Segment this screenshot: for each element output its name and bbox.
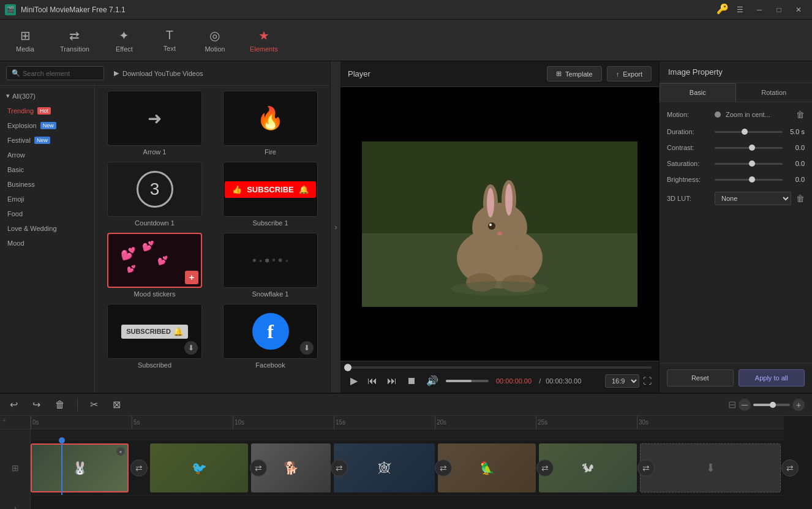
- fullscreen-button[interactable]: ⛶: [643, 376, 652, 386]
- brightness-slider[interactable]: [715, 179, 783, 181]
- crop-button[interactable]: ⊠: [110, 398, 123, 412]
- transition-2[interactable]: ⇄: [250, 459, 267, 477]
- redo-button[interactable]: ↪: [30, 398, 43, 412]
- toolbar-elements[interactable]: ★ Elements: [245, 26, 283, 55]
- svg-point-7: [505, 184, 513, 216]
- timeline[interactable]: + 0s 5s 10s 15s 20s 25s 30s: [0, 416, 812, 509]
- category-festival[interactable]: Festival New: [0, 133, 94, 148]
- lut-delete-button[interactable]: 🗑: [796, 194, 805, 203]
- element-arrow1[interactable]: ➜ Arrow 1: [100, 91, 209, 156]
- volume-button[interactable]: 🔊: [424, 374, 441, 388]
- categories-sidebar: ▾ All(307) Trending Hot Explosion New Fe…: [0, 86, 95, 393]
- toolbar-effect[interactable]: ✦ Effect: [109, 26, 140, 55]
- minimize-button[interactable]: ─: [751, 3, 768, 17]
- business-label: Business: [7, 181, 35, 188]
- toolbar-motion[interactable]: ◎ Motion: [200, 26, 230, 55]
- download-youtube-button[interactable]: ▶ Download YouTube Videos: [109, 67, 208, 80]
- download-facebook-button[interactable]: ⬇: [300, 341, 314, 355]
- next-button[interactable]: ⏭: [385, 374, 399, 388]
- category-explosion[interactable]: Explosion New: [0, 118, 94, 133]
- transition-6[interactable]: ⇄: [637, 459, 655, 477]
- mark-0s: 0s: [31, 416, 39, 429]
- contrast-slider-container: 0.0: [715, 144, 805, 151]
- delete-button[interactable]: 🗑: [53, 398, 67, 412]
- template-button[interactable]: ⊞ Template: [547, 66, 602, 81]
- motion-dot: [715, 111, 721, 118]
- clip-6[interactable]: 🐿: [539, 443, 637, 492]
- category-arrow[interactable]: Arrow: [0, 148, 94, 162]
- category-love[interactable]: Love & Wedding: [0, 221, 94, 236]
- category-emoji[interactable]: Emoji: [0, 192, 94, 206]
- category-trending[interactable]: Trending Hot: [0, 104, 94, 118]
- facebook-graphic: f: [252, 313, 289, 350]
- element-subscribe1[interactable]: 👍 SUBSCRIBE 🔔 Subscribe 1: [216, 162, 325, 227]
- element-snowflake1[interactable]: ❄ ❄ ❄ ❄ ❄ ❄ Snowflake 1: [216, 233, 325, 298]
- toolbar-text[interactable]: T Text: [154, 26, 185, 55]
- category-basic[interactable]: Basic: [0, 162, 94, 177]
- element-facebook[interactable]: f ⬇ Facebook: [216, 304, 325, 369]
- volume-slider[interactable]: [446, 380, 489, 382]
- stop-button[interactable]: ⏹: [404, 374, 419, 388]
- total-time: 00:00:30.00: [546, 377, 581, 385]
- clip-2-content: 🐦: [150, 443, 248, 492]
- category-food[interactable]: Food: [0, 206, 94, 221]
- zoom-out-button[interactable]: ─: [739, 399, 751, 411]
- cut-button[interactable]: ✂: [88, 398, 100, 412]
- toolbar-separator: [77, 399, 78, 411]
- undo-button[interactable]: ↩: [7, 398, 20, 412]
- play-button[interactable]: ▶: [348, 374, 360, 388]
- add-element-button[interactable]: +: [185, 271, 198, 284]
- tab-rotation[interactable]: Rotation: [736, 83, 813, 102]
- motion-delete-button[interactable]: 🗑: [796, 110, 805, 119]
- arrow1-thumb: ➜: [107, 91, 202, 146]
- collapse-panel-button[interactable]: ›: [331, 61, 340, 393]
- download-subscribed-button[interactable]: ⬇: [184, 341, 198, 355]
- element-subscribed[interactable]: SUBSCRIBED 🔔 ⬇ Subscribed: [100, 304, 209, 369]
- transition-3[interactable]: ⇄: [331, 459, 348, 477]
- toolbar-media[interactable]: ⊞ Media: [10, 26, 40, 55]
- transition-5[interactable]: ⇄: [536, 459, 554, 477]
- zoom-slider[interactable]: [753, 404, 790, 406]
- element-mood-stickers[interactable]: 💕 💕 💕 💕 + Mood stickers: [100, 233, 209, 298]
- element-countdown1[interactable]: 3 Countdown 1: [100, 162, 209, 227]
- category-mood[interactable]: Mood: [0, 236, 94, 251]
- aspect-ratio-select[interactable]: 16:9 9:16 1:1 4:3: [605, 374, 639, 388]
- zoom-fill: [753, 404, 772, 406]
- clip-2[interactable]: 🐦: [150, 443, 248, 492]
- transition-4[interactable]: ⇄: [435, 459, 452, 477]
- contrast-slider[interactable]: [715, 147, 783, 149]
- zoom-in-button[interactable]: +: [792, 399, 805, 411]
- category-business[interactable]: Business: [0, 177, 94, 192]
- clip-4[interactable]: 🕸: [334, 443, 435, 492]
- maximize-button[interactable]: □: [770, 3, 788, 17]
- upper-track-label: [0, 429, 31, 440]
- clip-1-badge: ●: [116, 447, 125, 456]
- clip-7[interactable]: ⬇: [640, 443, 781, 492]
- saturation-thumb: [749, 160, 755, 167]
- close-button[interactable]: ✕: [790, 3, 807, 17]
- clip-1[interactable]: 🐰 ●: [31, 443, 129, 492]
- transition-1[interactable]: ⇄: [130, 459, 148, 477]
- motion-value: Zoom in cent...: [726, 111, 791, 118]
- search-box[interactable]: 🔍 Search element: [6, 66, 104, 80]
- category-all[interactable]: ▾ All(307): [0, 88, 94, 104]
- export-button[interactable]: ↑ Export: [607, 66, 652, 81]
- menu-button[interactable]: ☰: [731, 3, 748, 17]
- hot-badge: Hot: [37, 107, 51, 115]
- element-fire[interactable]: 🔥 Fire: [216, 91, 325, 156]
- tab-basic[interactable]: Basic: [660, 83, 736, 102]
- upper-track-content: [31, 429, 784, 440]
- add-track-button[interactable]: +: [0, 416, 9, 425]
- transition-7[interactable]: ⇄: [781, 459, 799, 477]
- saturation-slider[interactable]: [715, 163, 783, 165]
- reset-button[interactable]: Reset: [667, 369, 734, 386]
- progress-bar[interactable]: [348, 366, 652, 369]
- apply-to-all-button[interactable]: Apply to all: [739, 369, 805, 386]
- toolbar-transition[interactable]: ⇄ Transition: [55, 26, 94, 55]
- prev-button[interactable]: ⏮: [365, 374, 380, 388]
- lut-select[interactable]: None: [715, 192, 791, 205]
- time-separator: /: [539, 377, 541, 385]
- duration-slider[interactable]: [715, 131, 783, 133]
- clip-5[interactable]: 🦜: [438, 443, 536, 492]
- transition-6-icon: ⇄: [642, 463, 650, 473]
